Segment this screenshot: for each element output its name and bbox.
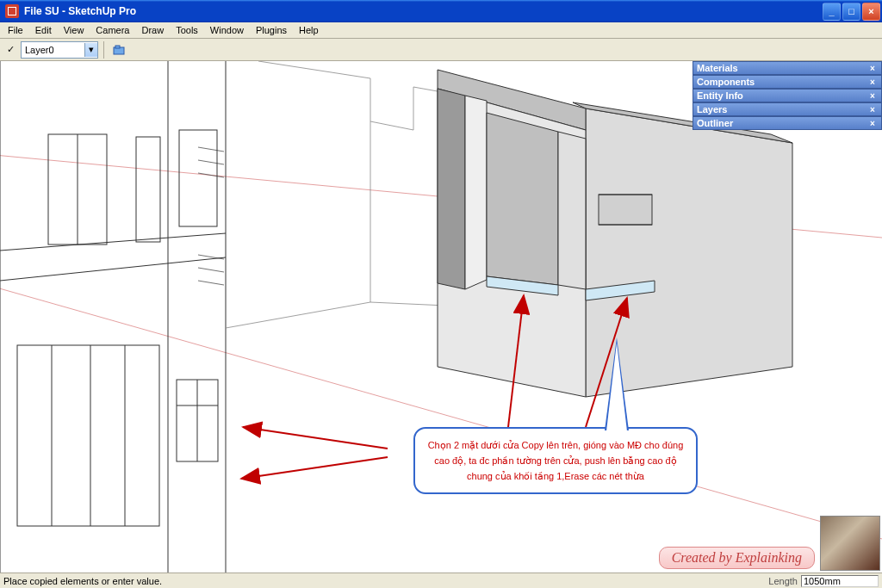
panel-entity-info[interactable]: Entity Info ×	[693, 89, 882, 102]
panel-layers[interactable]: Layers ×	[693, 102, 882, 116]
panel-title: Materials	[697, 63, 738, 73]
svg-line-24	[198, 268, 224, 272]
toolbar-separator	[103, 41, 104, 59]
svg-rect-37	[599, 195, 652, 225]
svg-line-26	[226, 302, 370, 328]
menu-view[interactable]: View	[58, 23, 90, 37]
close-icon[interactable]: ×	[867, 118, 878, 128]
svg-rect-9	[136, 137, 160, 242]
vcb-input[interactable]: 1050mm	[801, 575, 879, 587]
menu-edit[interactable]: Edit	[29, 23, 58, 37]
menu-plugins[interactable]: Plugins	[250, 23, 293, 37]
svg-line-20	[198, 147, 224, 152]
close-icon[interactable]: ×	[867, 63, 878, 73]
svg-rect-13	[17, 345, 159, 526]
svg-line-12	[0, 257, 226, 281]
app-icon	[5, 4, 19, 18]
svg-line-21	[198, 160, 224, 164]
watermark: Created by Explainking	[659, 547, 815, 569]
annotation-callout: Chọn 2 mặt dưới cửa Copy lên trên, gióng…	[413, 427, 698, 494]
model-canvas	[0, 61, 882, 573]
svg-line-11	[0, 233, 226, 251]
status-message: Place copied elements or enter value.	[3, 576, 768, 586]
vcb-label: Length	[768, 576, 798, 586]
svg-line-25	[198, 281, 224, 285]
panel-outliner[interactable]: Outliner ×	[693, 116, 882, 130]
close-icon[interactable]: ×	[867, 90, 878, 101]
svg-rect-10	[179, 130, 217, 226]
status-bar: Place copied elements or enter value. Le…	[0, 573, 882, 588]
svg-rect-1	[115, 46, 120, 48]
menu-tools[interactable]: Tools	[170, 23, 204, 37]
layer-manager-button[interactable]	[109, 40, 128, 59]
window-buttons: _ □ ×	[823, 3, 880, 21]
svg-marker-33	[487, 113, 558, 285]
layer-visible-icon[interactable]: ✓	[3, 43, 17, 57]
maximize-button[interactable]: □	[842, 3, 860, 21]
panel-title: Layers	[697, 104, 727, 115]
menu-file[interactable]: File	[2, 23, 29, 37]
layer-dropdown[interactable]: Layer0 ▾	[21, 41, 98, 59]
close-button[interactable]: ×	[862, 3, 880, 21]
menu-bar: File Edit View Camera Draw Tools Window …	[0, 22, 882, 39]
panel-materials[interactable]: Materials ×	[693, 61, 882, 75]
callout-text: Chọn 2 mặt dưới cửa Copy lên trên, gióng…	[428, 440, 684, 481]
svg-line-44	[241, 457, 388, 479]
minimize-button[interactable]: _	[823, 3, 841, 21]
panel-title: Entity Info	[697, 90, 743, 101]
toolbar: ✓ Layer0 ▾	[0, 39, 882, 61]
close-icon[interactable]: ×	[867, 77, 878, 87]
svg-marker-32	[465, 96, 487, 289]
close-icon[interactable]: ×	[867, 104, 878, 115]
panel-title: Outliner	[697, 118, 733, 128]
viewport-3d[interactable]: Materials × Components × Entity Info × L…	[0, 61, 882, 573]
panel-title: Components	[697, 77, 755, 87]
layer-current-label: Layer0	[25, 45, 54, 55]
menu-camera[interactable]: Camera	[90, 23, 135, 37]
menu-help[interactable]: Help	[293, 23, 325, 37]
menu-window[interactable]: Window	[204, 23, 250, 37]
menu-draw[interactable]: Draw	[135, 23, 170, 37]
svg-marker-31	[438, 89, 465, 289]
chevron-down-icon: ▾	[84, 43, 97, 57]
window-title: File SU - SketchUp Pro	[22, 5, 823, 17]
author-avatar	[820, 516, 880, 571]
svg-marker-34	[558, 132, 586, 289]
docked-panels: Materials × Components × Entity Info × L…	[693, 61, 882, 130]
vcb-area: Length 1050mm	[768, 575, 879, 587]
svg-line-22	[198, 173, 224, 177]
title-bar: File SU - SketchUp Pro _ □ ×	[0, 0, 882, 22]
svg-line-43	[243, 427, 388, 449]
panel-components[interactable]: Components ×	[693, 75, 882, 89]
